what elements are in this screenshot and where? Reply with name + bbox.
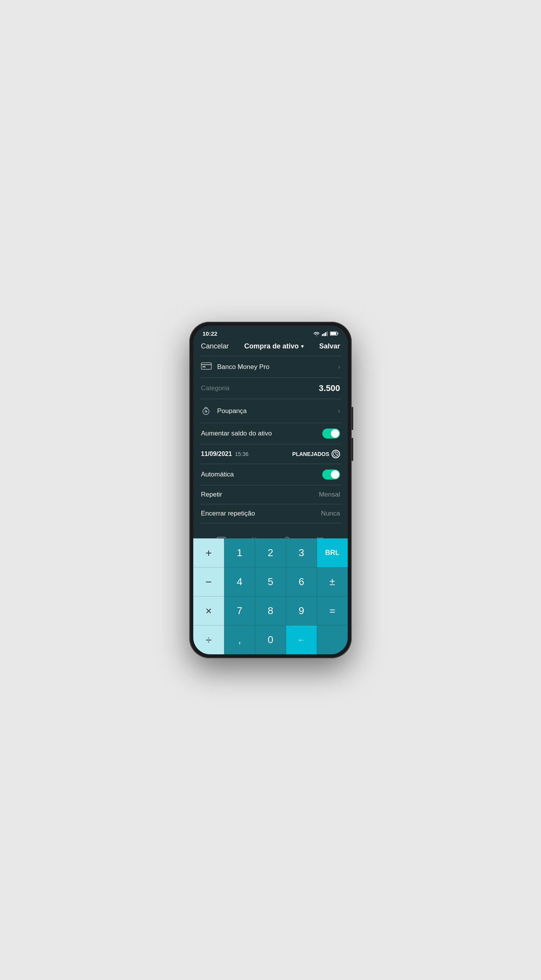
calc-comma-btn[interactable]: ,: [224, 625, 255, 654]
calc-multiply-btn[interactable]: ×: [193, 596, 224, 625]
calc-grid: + 1 2 3 BRL − 4 5 6 ± × 7 8 9 = ÷ ,: [193, 538, 348, 654]
signal-icon: [322, 331, 328, 336]
clock-icon: [332, 450, 340, 458]
svg-rect-6: [330, 332, 336, 335]
calc-8-btn[interactable]: 8: [255, 596, 286, 625]
svg-rect-4: [327, 331, 328, 336]
calc-equals-btn[interactable]: =: [317, 596, 348, 625]
transaction-type-selector[interactable]: Compra de ativo ▾: [244, 342, 304, 350]
savings-icon: $: [201, 405, 213, 417]
calc-7-btn[interactable]: 7: [224, 596, 255, 625]
calc-0-btn[interactable]: 0: [255, 625, 286, 654]
category-row[interactable]: Categoria 3.500: [193, 378, 348, 399]
calc-minus-btn[interactable]: −: [193, 567, 224, 596]
savings-row[interactable]: $ Poupança ›: [193, 399, 348, 423]
toggle-thumb: [331, 429, 339, 438]
svg-point-0: [316, 335, 317, 336]
repeat-row[interactable]: Repetir Mensal: [193, 485, 348, 504]
planned-text: PLANEJADOS: [292, 451, 329, 457]
form-content: Banco Money Pro › Categoria 3.500: [193, 356, 348, 538]
increase-balance-label: Aumentar saldo do ativo: [201, 430, 322, 437]
phone-screen: 10:22: [193, 326, 348, 654]
chevron-down-icon: ▾: [301, 343, 304, 349]
svg-rect-10: [202, 366, 206, 367]
comment-icon-btn[interactable]: [213, 533, 230, 538]
calc-brl-btn[interactable]: BRL: [317, 538, 348, 567]
hash-icon-btn[interactable]: [246, 533, 263, 538]
savings-label: Poupança: [217, 407, 335, 415]
status-bar: 10:22: [193, 326, 348, 339]
account-row[interactable]: Banco Money Pro ›: [193, 356, 348, 377]
automatic-row[interactable]: Automática: [193, 464, 348, 485]
calc-divide-btn[interactable]: ÷: [193, 625, 224, 654]
account-icon: [201, 362, 213, 372]
action-icons-row: [193, 525, 348, 538]
date-row[interactable]: 11/09/2021 15:36 PLANEJADOS: [193, 444, 348, 464]
end-repeat-label: Encerrar repetição: [201, 510, 321, 517]
calc-plusminus-btn[interactable]: ±: [317, 567, 348, 596]
app-header: Cancelar Compra de ativo ▾ Salvar: [193, 339, 348, 356]
calc-3-btn[interactable]: 3: [286, 538, 317, 567]
amount-value: 3.500: [319, 383, 340, 393]
account-chevron-icon: ›: [338, 364, 340, 370]
svg-rect-7: [338, 333, 339, 335]
increase-balance-row[interactable]: Aumentar saldo do ativo: [193, 423, 348, 444]
calc-backspace-btn[interactable]: ←: [286, 625, 317, 654]
svg-rect-1: [322, 334, 323, 336]
calc-2-btn[interactable]: 2: [255, 538, 286, 567]
calc-empty-btn: [317, 625, 348, 654]
automatic-toggle[interactable]: [322, 470, 340, 480]
calc-1-btn[interactable]: 1: [224, 538, 255, 567]
volume-button: [352, 407, 353, 430]
account-label: Banco Money Pro: [217, 363, 335, 371]
repeat-value: Mensal: [319, 491, 340, 499]
archive-icon-btn[interactable]: [311, 533, 328, 538]
transaction-type-label: Compra de ativo: [244, 342, 299, 350]
repeat-label: Repetir: [201, 491, 319, 499]
end-repeat-row[interactable]: Encerrar repetição Nunca: [193, 504, 348, 523]
battery-icon: [330, 331, 339, 336]
calc-plus-btn[interactable]: +: [193, 538, 224, 567]
divider-9: [199, 523, 342, 523]
svg-line-16: [336, 454, 337, 455]
category-placeholder: Categoria: [201, 384, 319, 392]
planned-section[interactable]: PLANEJADOS: [292, 450, 340, 458]
wifi-icon: [313, 331, 320, 336]
automatic-label: Automática: [201, 471, 322, 478]
calc-5-btn[interactable]: 5: [255, 567, 286, 596]
save-button[interactable]: Salvar: [319, 342, 340, 350]
calc-9-btn[interactable]: 9: [286, 596, 317, 625]
svg-rect-3: [325, 332, 326, 336]
date-value: 11/09/2021: [201, 451, 232, 458]
time-value: 15:36: [235, 451, 248, 457]
calc-6-btn[interactable]: 6: [286, 567, 317, 596]
increase-balance-toggle[interactable]: [322, 429, 340, 439]
end-repeat-value: Nunca: [321, 510, 340, 517]
status-time: 10:22: [202, 330, 217, 337]
cancel-button[interactable]: Cancelar: [201, 342, 229, 350]
person-icon-btn[interactable]: [279, 533, 296, 538]
status-icons: [313, 331, 339, 336]
automatic-toggle-thumb: [331, 470, 339, 479]
calc-4-btn[interactable]: 4: [224, 567, 255, 596]
savings-chevron-icon: ›: [338, 408, 340, 415]
phone-frame: 10:22: [189, 322, 352, 658]
calculator: + 1 2 3 BRL − 4 5 6 ± × 7 8 9 = ÷ ,: [193, 538, 348, 654]
svg-rect-8: [201, 363, 211, 369]
svg-rect-2: [323, 333, 325, 336]
power-button: [352, 438, 353, 461]
